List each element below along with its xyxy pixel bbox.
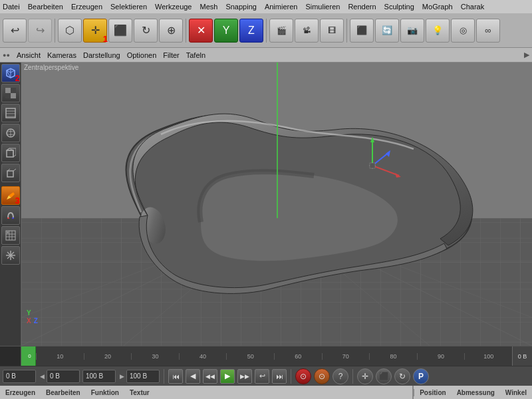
bottom-erzeugen[interactable]: Erzeugen: [5, 389, 35, 396]
svg-line-21: [13, 169, 16, 171]
transport-arrow2: ▶: [118, 373, 126, 380]
menu-werkzeuge[interactable]: Werkzeuge: [155, 3, 192, 11]
camera-btn1[interactable]: 🎬: [269, 19, 293, 43]
redo-button[interactable]: ↪: [28, 19, 52, 43]
bend-btn[interactable]: ◎: [451, 19, 475, 43]
transport-next-btn[interactable]: ▶▶: [237, 369, 252, 384]
timeline-track[interactable]: 0 10 20 30 40 50 60 70 80 90 100: [21, 346, 512, 366]
svg-marker-52: [395, 173, 401, 178]
subtoolbar-ansicht[interactable]: Ansicht: [17, 51, 41, 59]
cube-btn[interactable]: ⬛: [350, 19, 374, 43]
menu-mograph[interactable]: MoGraph: [422, 3, 453, 11]
extra-btn[interactable]: ∞: [476, 19, 500, 43]
transport-p-btn[interactable]: P: [413, 368, 429, 384]
menu-selektieren[interactable]: Selektieren: [110, 3, 147, 11]
transport-sep2: [291, 369, 291, 384]
svg-line-51: [372, 166, 399, 176]
num1-badge: 1: [103, 35, 108, 43]
transport-field4[interactable]: 100 B: [126, 370, 160, 383]
transport-loop-btn[interactable]: ↩: [255, 369, 269, 384]
sweep-object: [55, 96, 507, 309]
box2-btn[interactable]: [1, 164, 20, 182]
x-axis-label: X: [27, 317, 31, 325]
bottom-abmessung[interactable]: Abmessung: [457, 389, 495, 396]
transport-start-btn[interactable]: ⏮: [168, 369, 183, 384]
sphere-btn[interactable]: [1, 124, 20, 142]
transport-refresh-btn[interactable]: ↻: [394, 368, 410, 384]
transport-circle2[interactable]: ⊙: [314, 368, 330, 384]
timeline: 0 10 20 30 40 50 60 70 80 90 100 0 B: [0, 346, 532, 366]
box-btn[interactable]: [1, 144, 20, 162]
scale-tool-button[interactable]: ⊕: [159, 19, 183, 43]
bottom-position[interactable]: Position: [420, 389, 446, 396]
sep4: [346, 19, 347, 43]
transport-end-btn[interactable]: ⏭: [272, 369, 287, 384]
transport-field2[interactable]: 0 B: [47, 370, 80, 383]
camera-obj-btn[interactable]: 📷: [400, 19, 424, 43]
bottom-textur[interactable]: Textur: [130, 389, 150, 396]
rotate-tool-button[interactable]: ↻: [134, 19, 158, 43]
menu-sculpting[interactable]: Sculpting: [384, 3, 414, 11]
green-axis-line: [277, 63, 278, 218]
undo-button[interactable]: ↩: [3, 19, 27, 43]
active-tool-btn[interactable]: 3: [1, 186, 20, 205]
camera-btn3[interactable]: 🎞: [320, 19, 344, 43]
menu-erzeugen[interactable]: Erzeugen: [71, 3, 102, 11]
z-axis-button[interactable]: Z: [239, 19, 263, 43]
bottom-winkel[interactable]: Winkel: [505, 389, 527, 396]
transport-play-btn[interactable]: ▶: [220, 369, 235, 384]
twist-btn[interactable]: 🔄: [375, 19, 399, 43]
main-area: 2 3: [0, 63, 532, 346]
axis-labels: Y X Z: [27, 309, 38, 325]
subtoolbar-darstellung[interactable]: Darstellung: [83, 51, 120, 59]
subtoolbar-optionen[interactable]: Optionen: [127, 51, 157, 59]
transport-cross-btn[interactable]: ✛: [357, 368, 373, 384]
svg-rect-19: [7, 171, 13, 177]
camera-tools-group: 🎬 📽 🎞: [269, 19, 344, 43]
x-axis-button[interactable]: ✕: [189, 19, 213, 43]
transport-prev-btn[interactable]: ◀: [186, 369, 200, 384]
perspective-btn[interactable]: 2: [1, 64, 20, 82]
axis-group: ✕ Y Z: [189, 19, 263, 43]
bottom-funktion[interactable]: Funktion: [91, 389, 119, 396]
lights-btn[interactable]: 💡: [426, 19, 450, 43]
grid-btn[interactable]: [1, 226, 20, 245]
viewport-label: Zentralperspektive: [24, 64, 78, 71]
transport-circle3[interactable]: ?: [332, 368, 348, 384]
subtoolbar-filter[interactable]: Filter: [163, 51, 179, 59]
subtoolbar-arrow[interactable]: ▶: [524, 51, 529, 59]
menu-snapping[interactable]: Snapping: [225, 3, 257, 11]
move-tool-button[interactable]: ✛ 1: [83, 19, 107, 43]
bottom-bearbeiten[interactable]: Bearbeiten: [46, 389, 80, 396]
object-tools-group: ⬛ 🔄 📷 💡 ◎ ∞: [350, 19, 500, 43]
transport-circle1[interactable]: ⊙: [295, 368, 311, 384]
wireframe-btn[interactable]: [1, 104, 20, 122]
menu-animieren[interactable]: Animieren: [265, 3, 298, 11]
menu-charak[interactable]: Charak: [461, 3, 484, 11]
menu-bar: Datei Bearbeiten Erzeugen Selektieren We…: [0, 0, 532, 13]
tick-90: 90: [417, 353, 465, 360]
tick-20: 20: [84, 353, 132, 360]
menu-datei[interactable]: Datei: [3, 3, 20, 11]
checkerboard-btn[interactable]: [1, 84, 20, 102]
menu-mesh[interactable]: Mesh: [200, 3, 217, 11]
menu-simulieren[interactable]: Simulieren: [305, 3, 340, 11]
transport-prev2-btn[interactable]: ◀◀: [203, 369, 217, 384]
magnet-btn[interactable]: [1, 206, 20, 225]
menu-bearbeiten[interactable]: Bearbeiten: [28, 3, 63, 11]
camera-btn2[interactable]: 📽: [295, 19, 319, 43]
subtoolbar-kameras[interactable]: Kameras: [47, 51, 76, 59]
tick-80: 80: [369, 353, 417, 360]
transport-field3[interactable]: 100 B: [82, 370, 116, 383]
menu-rendern[interactable]: Rendern: [348, 3, 376, 11]
y-axis-button[interactable]: Y: [214, 19, 238, 43]
transport-field1[interactable]: 0 B: [3, 370, 36, 383]
object-tool-button[interactable]: ⬛: [108, 19, 132, 43]
subtoolbar-tafeln[interactable]: Tafeln: [186, 51, 205, 59]
sidebar-num2: 2: [15, 74, 20, 82]
snowflake-btn[interactable]: [1, 246, 20, 265]
select-tool-button[interactable]: ⬡: [58, 19, 82, 43]
svg-rect-6: [11, 88, 16, 93]
viewport[interactable]: Zentralperspektive: [21, 63, 532, 346]
transport-square-btn[interactable]: ⬛: [376, 368, 392, 384]
